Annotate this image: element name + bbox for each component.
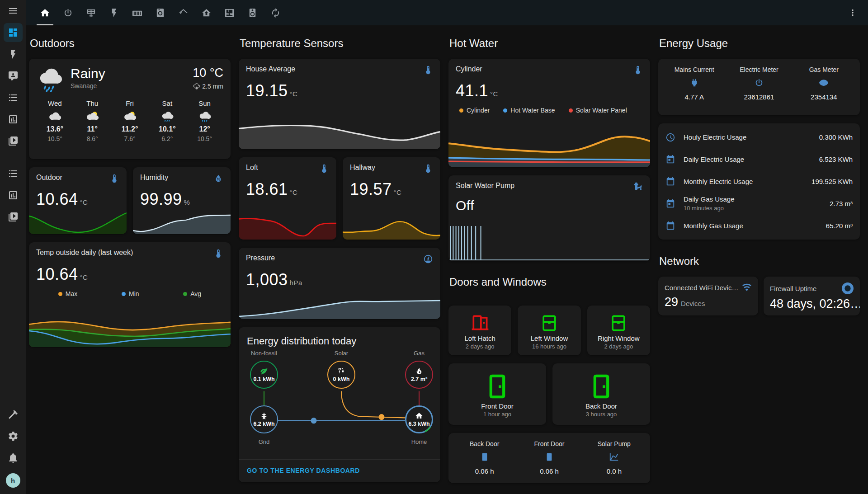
solar-node[interactable]: 0 kWh: [327, 361, 355, 389]
weather-forecast: Wed 13.6° 10.5° Thu 11° 8.6°: [36, 99, 223, 142]
sidebar-item-history-2[interactable]: [4, 186, 23, 205]
grid-label: Grid: [259, 438, 270, 445]
left-window-tile[interactable]: Left Window 16 hours ago: [518, 306, 580, 355]
sidebar-item-dashboard[interactable]: [4, 23, 23, 42]
gas-meter-item[interactable]: Gas Meter 2354134: [792, 66, 856, 109]
temp-week-card[interactable]: Temp outside daily (last week) 10.64°C M…: [29, 242, 231, 347]
chart-line-icon: [582, 452, 646, 464]
sidebar-item-media-2[interactable]: [4, 207, 23, 226]
sidebar-item-settings[interactable]: [4, 427, 23, 446]
network-title: Network: [659, 255, 860, 268]
back-door-stat[interactable]: Back Door 0.06 h: [452, 440, 517, 475]
hot-water-title: Hot Water: [449, 37, 650, 50]
solar-pump-stat[interactable]: Solar Pump 0.0 h: [582, 440, 646, 475]
energy-dashboard-link[interactable]: GO TO THE ENERGY DASHBOARD: [246, 460, 433, 475]
menu-icon[interactable]: [4, 1, 23, 20]
tab-home[interactable]: [33, 0, 57, 25]
sidebar-item-history[interactable]: [4, 110, 23, 129]
gas-label: Gas: [414, 350, 425, 357]
forecast-day: Wed 13.6° 10.5°: [36, 99, 74, 142]
user-avatar[interactable]: h: [6, 473, 20, 488]
tab-energy[interactable]: [103, 0, 126, 25]
wifi-devices-card[interactable]: Connected WiFi Devic… 29Devices: [658, 277, 758, 315]
firewall-uptime-card[interactable]: Firewall Uptime 48 days, 02:26…: [764, 277, 860, 315]
front-door-tile[interactable]: Front Door 1 hour ago: [448, 363, 546, 425]
view-dashboard-icon: [8, 27, 19, 38]
loft-sparkline: [239, 212, 336, 240]
house-average-card[interactable]: House Average 19.15°C: [239, 59, 440, 149]
humidity-sparkline: [133, 209, 231, 234]
tab-speakers[interactable]: [241, 0, 264, 25]
loft-hatch-tile[interactable]: Loft Hatch 2 days ago: [448, 306, 511, 355]
usage-list-card: Houly Electric Usage 0.300 KWh Daily Ele…: [658, 123, 860, 240]
electric-meter-item[interactable]: Electric Meter 23612861: [726, 66, 791, 109]
hallway-card[interactable]: Hallway 19.57°C: [343, 157, 440, 240]
thermometer-icon: [319, 164, 329, 175]
transmission-tower-icon: [260, 412, 268, 420]
humidity-card[interactable]: Humidity 99.99%: [133, 167, 231, 234]
forecast-day: Sun 12° 10.5°: [186, 99, 223, 142]
sidebar-item-assist[interactable]: [4, 66, 23, 85]
pressure-card[interactable]: Pressure 1,003hPa: [239, 248, 440, 319]
solar-water-pump-card[interactable]: Solar Water Pump Off: [448, 175, 650, 261]
grid-node[interactable]: 6.2 kWh: [250, 405, 278, 433]
daily-gas-row[interactable]: Daily Gas Usage10 minutes ago 2.73 m³: [658, 193, 860, 215]
nonfossil-node[interactable]: 0.1 kWh: [250, 361, 278, 389]
home-icon: [40, 8, 50, 18]
pressure-sparkline: [239, 296, 440, 319]
temperature-title: Temperature Sensors: [240, 37, 440, 50]
dashboard-content: Outdoors Rainy Swanage: [26, 25, 868, 494]
tab-solar[interactable]: [80, 0, 103, 25]
gear-icon: [8, 431, 19, 442]
sidebar-item-todo-2[interactable]: [4, 164, 23, 183]
power-plug-icon: [662, 78, 726, 89]
thermometer-icon: [423, 65, 433, 77]
mains-current-item[interactable]: Mains Current 4.77 A: [662, 66, 726, 109]
right-window-tile[interactable]: Right Window 2 days ago: [587, 306, 650, 355]
tab-laundry[interactable]: [149, 0, 172, 25]
partly-sunny-icon: [84, 110, 100, 123]
floor-plan-icon: [224, 8, 235, 18]
power-icon: [63, 8, 73, 18]
outdoor-temp-card[interactable]: Outdoor 10.64°C: [29, 167, 127, 234]
weather-location: Swanage: [71, 82, 105, 89]
calendar-blank-icon: [665, 177, 675, 187]
partly-sunny-icon: [122, 110, 138, 123]
tab-heating[interactable]: [126, 0, 149, 25]
sidebar-item-todo[interactable]: [4, 88, 23, 107]
tab-floorplan[interactable]: [218, 0, 241, 25]
gas-node[interactable]: 2.7 m³: [405, 361, 433, 389]
doors-windows-title: Doors and Windows: [449, 276, 650, 288]
monthly-electric-row[interactable]: Monthly Electric Usage 199.525 KWh: [658, 170, 860, 193]
column-outdoors: Outdoors Rainy Swanage: [29, 35, 231, 494]
power-icon: [726, 78, 791, 89]
eye-icon: [792, 78, 856, 89]
sidebar-item-notifications[interactable]: [4, 448, 23, 467]
forecast-day: Thu 11° 8.6°: [74, 99, 111, 142]
front-door-stat[interactable]: Front Door 0.06 h: [517, 440, 581, 475]
weather-card[interactable]: Rainy Swanage 10 °C 2.5 mm Wed: [29, 59, 231, 159]
tab-home-export[interactable]: [195, 0, 218, 25]
sidebar-item-energy[interactable]: [4, 45, 23, 64]
cylinder-card[interactable]: Cylinder 41.1°C Cylinder Hot Water Base …: [448, 59, 650, 167]
column-energy-usage: Energy Usage Mains Current 4.77 A Electr…: [658, 35, 860, 494]
energy-flow-diagram: Non-fossil Solar Gas 0.1 kWh 0 kWh: [246, 349, 433, 455]
loft-card[interactable]: Loft 18.61°C: [239, 157, 336, 240]
sidebar-item-media[interactable]: [4, 132, 23, 151]
daily-electric-row[interactable]: Daily Electric Usage 6.523 KWh: [658, 148, 860, 170]
rainy-icon: [159, 110, 175, 123]
sidebar-item-developer-tools[interactable]: [4, 405, 23, 424]
tab-updates[interactable]: [264, 0, 287, 25]
door-icon: [452, 452, 517, 464]
humidity-icon: [213, 174, 223, 185]
tab-attic[interactable]: [172, 0, 195, 25]
flash-icon: [8, 49, 19, 60]
back-door-tile[interactable]: Back Door 3 hours ago: [552, 363, 650, 425]
thermometer-icon: [423, 164, 433, 175]
overflow-menu-icon[interactable]: [844, 4, 862, 22]
hourly-electric-row[interactable]: Houly Electric Usage 0.300 KWh: [658, 126, 860, 148]
open-time-glance-card: Back Door 0.06 h Front Door 0.06 h Solar…: [448, 433, 650, 483]
door-icon: [517, 452, 581, 464]
tab-power[interactable]: [57, 0, 80, 25]
monthly-gas-row[interactable]: Monthly Gas Usage 65.20 m³: [658, 215, 860, 237]
